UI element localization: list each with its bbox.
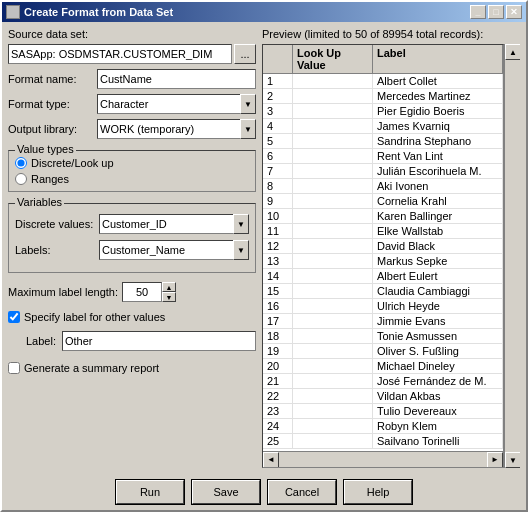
scroll-v-track[interactable] [505,60,520,452]
scroll-up-button[interactable]: ▲ [505,44,520,60]
cell-label: Pier Egidio Boeris [373,104,503,118]
right-panel: Preview (limited to 50 of 89954 total re… [262,28,520,468]
cell-label: Albert Eulert [373,269,503,283]
specify-checkbox[interactable] [8,311,20,323]
col-label-header: Label [373,45,503,73]
format-name-input[interactable] [97,69,256,89]
cell-num: 7 [263,164,293,178]
cell-num: 18 [263,329,293,343]
col-lookup-header: Look Up Value [293,45,373,73]
radio-discrete-label: Discrete/Look up [31,157,114,169]
table-row: 6 Rent Van Lint [263,149,503,164]
cell-label: Elke Wallstab [373,224,503,238]
col-num-header [263,45,293,73]
discrete-label: Discrete values: [15,218,95,230]
cell-num: 14 [263,269,293,283]
cell-label: Rent Van Lint [373,149,503,163]
scroll-left-button[interactable]: ◄ [263,452,279,468]
cell-label: Tulio Devereaux [373,404,503,418]
spin-down-button[interactable]: ▼ [162,292,176,302]
cell-label: José Fernández de M. [373,374,503,388]
cell-num: 9 [263,194,293,208]
scroll-right-button[interactable]: ► [487,452,503,468]
radio-group: Discrete/Look up Ranges [15,155,249,185]
cell-lookup [293,359,373,373]
cell-label: David Black [373,239,503,253]
max-label-input[interactable] [122,282,162,302]
table-row: 12 David Black [263,239,503,254]
cell-lookup [293,374,373,388]
run-button[interactable]: Run [116,480,184,504]
cancel-button[interactable]: Cancel [268,480,336,504]
source-input[interactable] [8,44,232,64]
title-bar: Create Format from Data Set _ □ ✕ [2,2,526,22]
discrete-select[interactable]: Customer_ID Customer_Name [99,214,249,234]
table-row: 18 Tonie Asmussen [263,329,503,344]
cell-num: 22 [263,389,293,403]
value-types-group: Value types Discrete/Look up Ranges [8,150,256,192]
minimize-button[interactable]: _ [470,5,486,19]
max-label-row: Maximum label length: ▲ ▼ [8,282,256,302]
specify-sub-input[interactable] [62,331,256,351]
radio-discrete-row: Discrete/Look up [15,157,249,169]
cell-lookup [293,134,373,148]
table-row: 15 Claudia Cambiaggi [263,284,503,299]
maximize-button[interactable]: □ [488,5,504,19]
cell-num: 15 [263,284,293,298]
cell-lookup [293,209,373,223]
output-library-label: Output library: [8,123,93,135]
cell-num: 21 [263,374,293,388]
title-bar-buttons: _ □ ✕ [470,5,522,19]
cell-lookup [293,269,373,283]
vertical-scrollbar[interactable]: ▲ ▼ [504,44,520,468]
cell-num: 11 [263,224,293,238]
cell-lookup [293,344,373,358]
generate-checkbox[interactable] [8,362,20,374]
source-browse-button[interactable]: ... [234,44,256,64]
scroll-down-button[interactable]: ▼ [505,452,520,468]
cell-num: 19 [263,344,293,358]
radio-ranges-row: Ranges [15,173,249,185]
cell-label: Julián Escorihuela M. [373,164,503,178]
table-row: 20 Michael Dineley [263,359,503,374]
cell-label: Robyn Klem [373,419,503,433]
cell-label: Michael Dineley [373,359,503,373]
table-row: 3 Pier Egidio Boeris [263,104,503,119]
close-button[interactable]: ✕ [506,5,522,19]
cell-num: 3 [263,104,293,118]
labels-select[interactable]: Customer_Name Customer_ID [99,240,249,260]
radio-ranges[interactable] [15,173,27,185]
format-name-label: Format name: [8,73,93,85]
footer-buttons: Run Save Cancel Help [2,474,526,510]
radio-discrete[interactable] [15,157,27,169]
content-area: Source data set: ... Format name: Format… [2,22,526,474]
table-row: 9 Cornelia Krahl [263,194,503,209]
output-library-select[interactable]: WORK (temporary) SASUSER [97,119,256,139]
cell-lookup [293,389,373,403]
spin-up-button[interactable]: ▲ [162,282,176,292]
table-row: 19 Oliver S. Fußling [263,344,503,359]
cell-label: Tonie Asmussen [373,329,503,343]
table-row: 22 Vildan Akbas [263,389,503,404]
table-row: 4 James Kvarniq [263,119,503,134]
cell-lookup [293,89,373,103]
cell-label: Ulrich Heyde [373,299,503,313]
variables-group: Variables Discrete values: Customer_ID C… [8,203,256,273]
horizontal-scrollbar[interactable]: ◄ ► [263,451,503,467]
format-name-row: Format name: [8,69,256,89]
cell-num: 16 [263,299,293,313]
table-row: 10 Karen Ballinger [263,209,503,224]
help-button[interactable]: Help [344,480,412,504]
cell-label: Jimmie Evans [373,314,503,328]
format-type-row: Format type: Character Numeric ▼ [8,94,256,114]
cell-num: 24 [263,419,293,433]
save-button[interactable]: Save [192,480,260,504]
format-type-select[interactable]: Character Numeric [97,94,256,114]
source-field-group: Source data set: ... [8,28,256,64]
table-row: 1 Albert Collet [263,74,503,89]
cell-num: 13 [263,254,293,268]
cell-lookup [293,194,373,208]
preview-body[interactable]: 1 Albert Collet 2 Mercedes Martinez 3 Pi… [263,74,503,451]
table-row: 2 Mercedes Martinez [263,89,503,104]
radio-ranges-label: Ranges [31,173,69,185]
